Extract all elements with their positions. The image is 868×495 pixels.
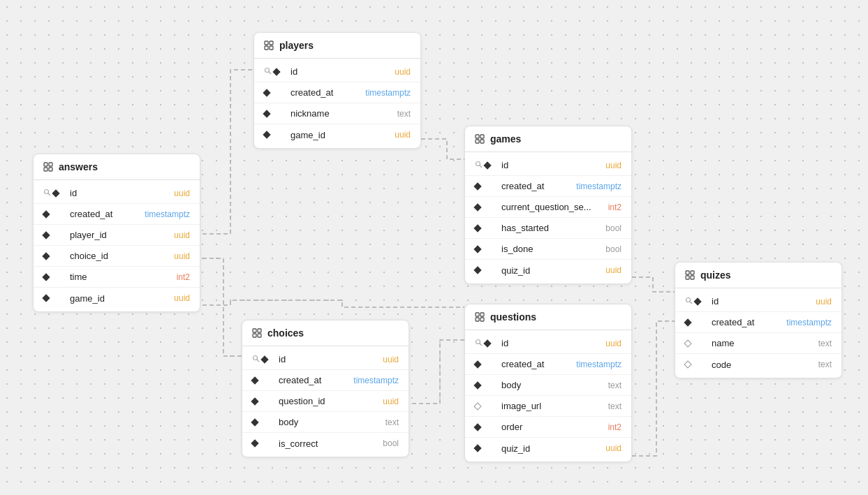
required-diamond-icon <box>42 231 50 239</box>
column-type: uuid <box>816 297 832 306</box>
column-name: is_done <box>501 244 601 254</box>
row-icons <box>475 339 497 348</box>
svg-rect-9 <box>49 168 52 171</box>
svg-rect-6 <box>44 163 47 166</box>
row-icons <box>475 161 497 170</box>
column-type: timestamptz <box>145 209 190 219</box>
required-diamond-icon <box>260 355 268 363</box>
column-type: timestamptz <box>576 182 621 191</box>
table-row: nicknametext <box>254 103 420 124</box>
svg-rect-27 <box>480 318 484 321</box>
svg-rect-7 <box>49 163 52 166</box>
svg-line-29 <box>480 343 483 346</box>
table-header-players: players <box>254 33 420 59</box>
table-row: current_question_se...int2 <box>465 197 631 218</box>
svg-rect-32 <box>686 276 689 279</box>
table-header-games: games <box>465 126 631 152</box>
svg-rect-25 <box>480 313 484 316</box>
table-rows-answers: iduuidcreated_attimestamptzplayer_iduuid… <box>34 180 200 311</box>
table-name-label: games <box>490 133 521 145</box>
column-name: order <box>501 422 604 432</box>
table-players: players iduuidcreated_attimestamptznickn… <box>253 32 421 149</box>
table-row: created_attimestamptz <box>675 312 841 333</box>
required-diamond-icon <box>473 203 481 211</box>
svg-line-11 <box>48 193 51 195</box>
pk-icon <box>475 339 483 348</box>
svg-rect-12 <box>253 329 256 332</box>
table-name-label: answers <box>59 161 98 172</box>
table-row: iduuid <box>465 155 631 176</box>
table-row: is_donebool <box>465 239 631 260</box>
row-icons <box>475 226 497 231</box>
column-type: timestamptz <box>353 376 399 385</box>
table-row: image_urltext <box>465 396 631 417</box>
column-type: uuid <box>395 67 411 77</box>
column-name: id <box>501 338 601 348</box>
row-icons <box>685 320 707 325</box>
row-icons <box>43 274 66 280</box>
column-type: text <box>385 418 399 427</box>
row-icons <box>252 378 274 383</box>
row-icons <box>252 441 274 446</box>
table-row: quiz_iduuid <box>465 260 631 281</box>
required-diamond-icon <box>251 376 258 384</box>
table-name-label: quizes <box>700 269 731 281</box>
table-games: games iduuidcreated_attimestamptzcurrent… <box>464 126 632 284</box>
required-diamond-icon <box>272 68 280 75</box>
table-name-label: players <box>279 40 314 51</box>
column-type: uuid <box>383 355 399 364</box>
column-type: bool <box>605 223 621 233</box>
svg-rect-18 <box>476 135 479 138</box>
row-icons <box>264 111 286 117</box>
required-diamond-icon <box>693 297 701 305</box>
column-name: created_at <box>70 209 140 219</box>
table-row: quiz_iduuid <box>465 438 631 459</box>
svg-rect-2 <box>265 46 268 50</box>
row-icons <box>252 355 274 364</box>
svg-rect-30 <box>686 271 689 274</box>
column-type: timestamptz <box>786 318 832 327</box>
row-icons <box>475 205 497 210</box>
table-row: player_iduuid <box>34 225 200 246</box>
table-row: iduuid <box>242 349 409 370</box>
row-icons <box>475 246 497 252</box>
column-type: uuid <box>174 251 190 261</box>
table-row: choice_iduuid <box>34 246 200 267</box>
column-name: question_id <box>279 396 378 406</box>
row-icons <box>475 184 497 189</box>
table-row: has_startedbool <box>465 218 631 239</box>
nullable-diamond-icon <box>684 339 691 347</box>
row-icons <box>685 362 707 367</box>
pk-icon <box>252 355 260 364</box>
required-diamond-icon <box>251 397 258 405</box>
svg-rect-26 <box>476 318 479 321</box>
table-row: orderint2 <box>465 417 631 438</box>
table-row: iduuid <box>34 183 200 204</box>
required-diamond-icon <box>473 381 481 389</box>
column-type: timestamptz <box>365 88 411 98</box>
svg-rect-13 <box>258 329 261 332</box>
column-name: name <box>712 338 814 348</box>
required-diamond-icon <box>473 182 481 190</box>
column-type: uuid <box>174 230 190 240</box>
svg-rect-20 <box>476 140 479 143</box>
table-grid-icon <box>685 270 695 280</box>
column-name: current_question_se... <box>501 202 604 212</box>
svg-rect-21 <box>480 140 484 143</box>
svg-rect-1 <box>270 41 273 45</box>
required-diamond-icon <box>263 89 270 96</box>
svg-line-17 <box>257 359 260 362</box>
row-icons <box>475 445 497 451</box>
column-type: bool <box>383 438 399 448</box>
svg-rect-0 <box>265 41 268 45</box>
row-icons <box>43 253 66 259</box>
table-row: created_attimestamptz <box>254 82 420 103</box>
required-diamond-icon <box>684 318 691 326</box>
table-row: created_attimestamptz <box>34 204 200 225</box>
column-name: id <box>290 66 390 77</box>
row-icons <box>475 424 497 430</box>
row-icons <box>264 90 286 96</box>
column-type: uuid <box>605 443 621 453</box>
column-name: created_at <box>712 317 782 327</box>
table-row: codetext <box>675 354 841 375</box>
